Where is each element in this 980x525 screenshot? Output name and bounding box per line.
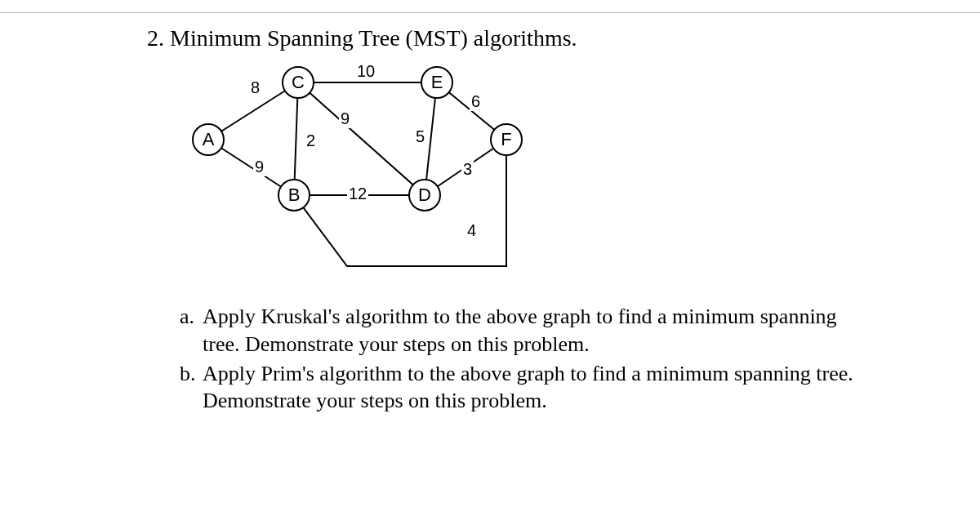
sub-a-text: Apply Kruskal's algorithm to the above g… — [203, 303, 866, 358]
horizontal-rule — [0, 12, 980, 13]
question-number: 2. — [147, 25, 164, 51]
node-c-label: C — [292, 72, 305, 93]
question-title: Minimum Spanning Tree (MST) algorithms. — [170, 25, 577, 51]
node-a: A — [192, 123, 225, 156]
sub-questions: a. Apply Kruskal's algorithm to the abov… — [147, 303, 866, 415]
edge-label-bf: 4 — [466, 221, 478, 240]
question-heading: 2. Minimum Spanning Tree (MST) algorithm… — [147, 25, 866, 51]
node-d-label: D — [418, 185, 431, 206]
edge-label-bd: 12 — [347, 185, 368, 203]
svg-line-2 — [298, 82, 425, 195]
graph-edges-svg — [184, 58, 535, 270]
graph-diagram: A C E F B D 8 10 9 2 9 5 6 3 12 4 — [184, 58, 535, 270]
edge-label-df: 3 — [461, 160, 474, 179]
sub-question-a: a. Apply Kruskal's algorithm to the abov… — [180, 303, 866, 358]
edge-label-cb: 2 — [305, 131, 317, 150]
node-c: C — [282, 66, 314, 99]
node-d: D — [408, 179, 441, 211]
node-f-label: F — [501, 129, 511, 150]
node-a-label: A — [203, 129, 215, 150]
node-e: E — [421, 66, 453, 99]
edge-label-ce: 10 — [355, 62, 376, 81]
sub-b-letter: b. — [180, 360, 203, 416]
sub-b-text: Apply Prim's algorithm to the above grap… — [203, 360, 866, 416]
sub-a-letter: a. — [180, 303, 203, 358]
edge-label-cd: 9 — [339, 109, 351, 128]
sub-question-b: b. Apply Prim's algorithm to the above g… — [180, 360, 866, 416]
node-e-label: E — [431, 72, 443, 93]
node-b: B — [278, 179, 310, 211]
content-area: 2. Minimum Spanning Tree (MST) algorithm… — [0, 25, 980, 415]
edge-label-ed: 5 — [414, 127, 426, 146]
edge-label-ab: 9 — [253, 158, 265, 176]
edge-label-ac: 8 — [249, 78, 261, 97]
edge-label-ef: 6 — [470, 92, 482, 111]
node-b-label: B — [288, 185, 301, 206]
node-f: F — [490, 123, 523, 156]
